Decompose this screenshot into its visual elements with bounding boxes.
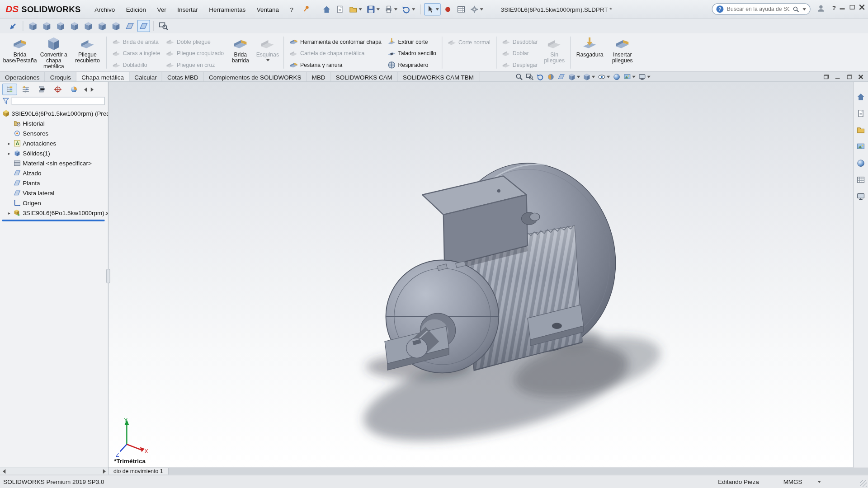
- record-macro-button[interactable]: [442, 3, 454, 15]
- configurationmanager-tab[interactable]: [34, 84, 49, 95]
- menu-item[interactable]: Herramientas: [204, 4, 250, 14]
- command-tab[interactable]: Croquis: [45, 72, 77, 81]
- doc-previous-window-button[interactable]: [822, 73, 830, 80]
- menu-item[interactable]: Archivo: [90, 4, 120, 14]
- ribbon-button-base-flange[interactable]: Brida base/Pestaña: [5, 35, 36, 70]
- expand-arrow-icon[interactable]: ▸: [7, 211, 12, 216]
- ribbon-button[interactable]: Respiradero: [385, 59, 438, 70]
- scroll-left-arrow[interactable]: [1, 469, 6, 474]
- displaymanager-tab[interactable]: [66, 84, 81, 95]
- menu-item[interactable]: Ventana: [252, 4, 284, 14]
- tree-item[interactable]: Alzado: [0, 168, 108, 178]
- filter-input[interactable]: [12, 97, 105, 105]
- view-top-button[interactable]: [82, 20, 94, 32]
- view-bottom-button[interactable]: [96, 20, 108, 32]
- display-style-button[interactable]: [582, 72, 595, 81]
- doc-restore-button[interactable]: [845, 73, 853, 80]
- panel-horizontal-scrollbar[interactable]: [0, 468, 108, 475]
- section-view-button[interactable]: [546, 72, 555, 81]
- tree-item[interactable]: ▸ Anotaciones: [0, 138, 108, 148]
- featuremanager-tab[interactable]: [2, 84, 17, 95]
- ribbon-button[interactable]: Cartela de chapa metálica: [288, 48, 384, 59]
- ribbon-button-corners[interactable]: Esquinas: [255, 35, 280, 70]
- menu-item[interactable]: Insertar: [172, 4, 203, 14]
- evaluate-button[interactable]: [455, 3, 467, 15]
- ribbon-button[interactable]: Corte normal: [446, 37, 493, 47]
- command-tab[interactable]: Complementos de SOLIDWORKS: [204, 72, 307, 81]
- command-tab[interactable]: MBD: [307, 72, 331, 81]
- chevron-down-icon[interactable]: [803, 8, 806, 10]
- panel-tabs-scroll-left[interactable]: [82, 87, 88, 92]
- apply-scene-button[interactable]: [623, 72, 636, 81]
- ribbon-button[interactable]: Pliegue croquizado: [164, 48, 226, 59]
- menu-item[interactable]: Ver: [152, 4, 171, 14]
- ribbon-button-lofted-bend[interactable]: Pliegue recubierto: [72, 35, 103, 70]
- ribbon-button-convert-to-sheet-metal[interactable]: Convertir a chapa metálica: [37, 35, 70, 70]
- command-tab[interactable]: SOLIDWORKS CAM TBM: [398, 72, 479, 81]
- doc-close-button[interactable]: [857, 73, 865, 80]
- expand-arrow-icon[interactable]: ▸: [7, 151, 12, 156]
- open-button[interactable]: [347, 3, 364, 15]
- command-tab[interactable]: Chapa metálica: [76, 72, 129, 81]
- tree-item[interactable]: ▸ 3SIE90L6(6Po1.5kw1000rpm).stp -: [0, 208, 108, 218]
- hide-show-items-button[interactable]: [597, 72, 610, 81]
- tree-item[interactable]: ▸ Sólidos(1): [0, 148, 108, 158]
- ribbon-button-insert-bends[interactable]: Insertar pliegues: [607, 35, 638, 70]
- tree-item[interactable]: 3SIE90L6(6Po1.5kw1000rpm) (Predete: [0, 108, 108, 118]
- propertymanager-tab[interactable]: [18, 84, 33, 95]
- doc-minimize-button[interactable]: [834, 73, 841, 80]
- view-settings-button[interactable]: [637, 72, 651, 81]
- save-button[interactable]: [365, 3, 382, 15]
- view-dimetric-button[interactable]: [137, 20, 150, 32]
- command-tab[interactable]: SOLIDWORKS CAM: [331, 72, 398, 81]
- ribbon-button[interactable]: Dobladillo: [110, 59, 162, 70]
- status-units[interactable]: MMGS: [783, 479, 821, 485]
- edit-appearance-button[interactable]: [612, 72, 621, 81]
- panel-tabs-scroll-right[interactable]: [89, 87, 94, 92]
- view-isometric-button[interactable]: [109, 20, 122, 32]
- search-input[interactable]: [726, 5, 790, 13]
- resources-home-tab[interactable]: [855, 91, 867, 103]
- ribbon-button[interactable]: Herramienta de conformar chapa: [288, 37, 384, 47]
- select-tool-button[interactable]: [424, 3, 441, 15]
- help-search-box[interactable]: ?: [712, 3, 811, 15]
- tree-item[interactable]: Origen: [0, 198, 108, 208]
- menu-item[interactable]: Edición: [121, 4, 151, 14]
- tree-item[interactable]: Vista lateral: [0, 188, 108, 198]
- ribbon-button[interactable]: Brida de arista: [110, 37, 162, 47]
- command-tab[interactable]: Operaciones: [0, 72, 45, 81]
- view-back-button[interactable]: [40, 20, 53, 32]
- view-orientation-button[interactable]: [567, 72, 580, 81]
- view-right-button[interactable]: [68, 20, 81, 32]
- scroll-right-arrow[interactable]: [101, 469, 107, 474]
- ribbon-button[interactable]: Pestaña y ranura: [288, 59, 384, 70]
- custom-properties-tab[interactable]: [855, 174, 867, 185]
- expand-arrow-icon[interactable]: ▸: [7, 141, 12, 146]
- graphics-viewport[interactable]: Y X Z *Trimétrica: [108, 82, 853, 467]
- new-document-button[interactable]: [334, 3, 346, 15]
- annotation-views-button[interactable]: [557, 72, 566, 81]
- help-icon[interactable]: ?: [832, 5, 836, 11]
- tree-item[interactable]: Sensores: [0, 128, 108, 138]
- ribbon-button-swept-flange[interactable]: Brida barrida: [228, 35, 253, 70]
- minimize-button[interactable]: [837, 2, 847, 12]
- zoom-fit-button[interactable]: [515, 72, 524, 81]
- search-magnifier-icon[interactable]: [793, 6, 799, 13]
- resize-grip[interactable]: [860, 480, 867, 487]
- panel-splitter-handle[interactable]: [106, 269, 110, 283]
- design-library-tab[interactable]: [855, 108, 867, 119]
- ribbon-button[interactable]: Pliegue en cruz: [164, 59, 226, 70]
- ribbon-button-rip[interactable]: Rasgadura: [574, 35, 605, 70]
- ribbon-button[interactable]: Doblar: [500, 48, 540, 59]
- tree-item[interactable]: Planta: [0, 178, 108, 188]
- forum-tab[interactable]: [855, 190, 867, 202]
- ribbon-button[interactable]: Caras a inglete: [110, 48, 162, 59]
- ribbon-button-no-bends[interactable]: Sin pliegues: [542, 35, 567, 70]
- tree-item[interactable]: Historial: [0, 118, 108, 128]
- view-front-button[interactable]: [27, 20, 39, 32]
- tree-item[interactable]: Material <sin especificar>: [0, 158, 108, 168]
- print-button[interactable]: [382, 3, 399, 15]
- undo-button[interactable]: [400, 3, 417, 15]
- view-palette-tab[interactable]: [855, 141, 867, 152]
- ribbon-button[interactable]: Extruir corte: [385, 37, 438, 47]
